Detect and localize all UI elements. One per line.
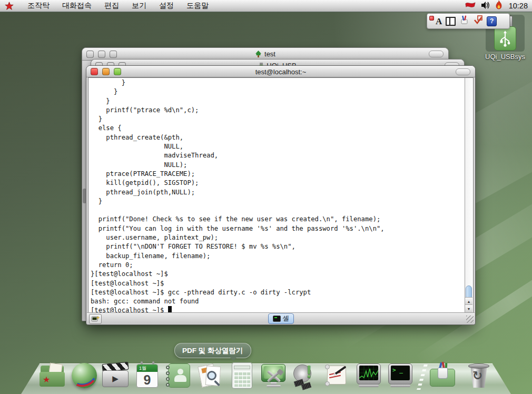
dock-web-browser[interactable]	[69, 360, 100, 392]
dock-tooltip: PDF 및 화상열람기	[174, 343, 251, 358]
terminal-line: backup_filename, filename);	[91, 252, 465, 261]
dock-address-book[interactable]	[164, 360, 195, 392]
terminal-text: } } } printf("ptrace %d\n",c); } else { …	[91, 78, 465, 313]
alert-glyph: !	[306, 361, 312, 382]
dock-calculator[interactable]	[227, 360, 258, 392]
terminal-line: printf("ptrace %d\n",c);	[91, 106, 465, 115]
dock-media-player[interactable]: ▶	[101, 360, 132, 392]
terminal-line: [test@localhost ~]$	[91, 279, 465, 288]
dock-disk-utility[interactable]: !	[290, 360, 321, 392]
flame-tray-icon[interactable]	[495, 1, 503, 11]
scroll-up-button[interactable]: ▲	[465, 297, 472, 305]
terminal-line: }	[91, 87, 465, 96]
check-tool-icon[interactable]	[473, 15, 483, 27]
terminal-line: }	[91, 115, 465, 124]
pen-cup-icon[interactable]	[459, 15, 469, 27]
new-session-button[interactable]	[89, 314, 102, 324]
toolbar-toggle-pill[interactable]	[456, 68, 470, 75]
terminal-screen: > _	[391, 366, 410, 380]
menu-settings[interactable]: 설정	[153, 1, 180, 11]
terminal-line: }	[91, 197, 465, 206]
dock-system-tools[interactable]	[259, 360, 290, 392]
terminal-line: else {	[91, 124, 465, 133]
terminal-line: printf("\nDON'T FORGET TO RESTORE! $ mv …	[91, 242, 465, 251]
dock-terminal[interactable]: > _	[385, 360, 416, 392]
terminal-line: madviseThread,	[91, 151, 465, 160]
play-glyph: ▶	[112, 374, 119, 383]
home-folder-icon	[255, 51, 262, 58]
terminal-content[interactable]: } } } printf("ptrace %d\n",c); } else { …	[88, 77, 474, 313]
terminal-title: test@localhost:~	[86, 66, 475, 78]
annotation-toolbar: A ?	[427, 13, 510, 29]
dock-file-manager[interactable]: ★	[37, 360, 68, 392]
toolbar-toggle-pill[interactable]	[429, 51, 444, 57]
terminal-line: }	[91, 78, 465, 87]
terminal-line: kill(getpid(), SIGSTOP);	[91, 179, 465, 188]
close-button-inactive[interactable]	[86, 51, 94, 58]
red-star-menu-icon[interactable]	[5, 2, 14, 11]
palette-close-button[interactable]	[429, 16, 434, 21]
terminal-window[interactable]: test@localhost:~ } } } printf("ptrace %d…	[86, 65, 476, 325]
minimize-button-inactive[interactable]	[98, 51, 105, 58]
help-tool-icon[interactable]: ?	[487, 16, 497, 26]
dock-calendar[interactable]: 1월 9	[132, 360, 163, 392]
shell-tab-icon	[273, 316, 281, 322]
scroll-down-button[interactable]: ▼	[465, 304, 472, 312]
dock-stationery-folder[interactable]	[428, 360, 459, 392]
star-glyph: ★	[43, 375, 50, 385]
terminal-line: printf("Done! Check %s to see if the new…	[91, 215, 465, 224]
clock: 10:28	[507, 2, 528, 10]
terminal-line: bash: gcc: command not found	[91, 297, 465, 306]
terminal-line: printf("You can log in with the username…	[91, 224, 465, 233]
menu-edit[interactable]: 편집	[98, 1, 125, 11]
person-icon	[178, 369, 183, 375]
monitor-screen	[359, 366, 378, 380]
terminal-line: ptrace(PTRACE_TRACEME);	[91, 170, 465, 179]
dock-tooltip-arrow	[230, 357, 237, 361]
menu-desk[interactable]: 조작탁	[21, 1, 56, 11]
pen-cup-icon	[438, 368, 448, 379]
terminal-line: user.username, plaintext_pw);	[91, 233, 465, 242]
calendar-day: 9	[137, 372, 157, 388]
usb-trident-icon	[499, 29, 511, 47]
usb-drive-label: UQi_USBsys	[484, 53, 527, 61]
dock-script-editor[interactable]	[322, 360, 353, 392]
magnifier-icon	[207, 371, 216, 380]
calendar-month: 1월	[137, 365, 157, 372]
terminal-line: NULL);	[91, 161, 465, 170]
minimize-button[interactable]	[102, 68, 110, 75]
terminal-scrollbar[interactable]: ▲ ▼	[465, 78, 473, 312]
close-button[interactable]	[91, 68, 98, 75]
terminal-line	[91, 206, 465, 215]
menu-session[interactable]: 대화접속	[56, 1, 98, 11]
prompt-glyph: > _	[391, 366, 410, 373]
usb-stick-body	[494, 26, 516, 51]
calculator-keys	[234, 371, 250, 387]
dock: ★ ▶ 1월 9	[0, 355, 532, 394]
terminal-line: NULL,	[91, 142, 465, 151]
shell-tab-button[interactable]: 셸	[268, 313, 294, 324]
terminal-tab-bar: 셸	[87, 312, 475, 324]
terminal-line: }	[91, 97, 465, 106]
menu-help[interactable]: 도움말	[180, 1, 215, 11]
dock-trash[interactable]: ↻	[464, 360, 495, 392]
window-test-title: test	[82, 48, 448, 60]
resize-grip[interactable]	[466, 316, 474, 323]
text-tool-icon[interactable]: A	[436, 17, 442, 26]
zoom-button-inactive[interactable]	[110, 51, 117, 58]
terminal-line: pthread_create(&pth,	[91, 133, 465, 142]
flag-tray-icon[interactable]	[465, 1, 476, 11]
new-session-icon	[91, 316, 100, 322]
menu-view[interactable]: 보기	[125, 1, 153, 11]
panel-layout-icon[interactable]	[446, 17, 456, 26]
terminal-titlebar[interactable]: test@localhost:~	[86, 66, 475, 77]
graph-icon	[359, 366, 378, 380]
menu-bar: 조작탁 대화접속 편집 보기 설정 도움말 10:28	[0, 0, 532, 12]
volume-tray-icon[interactable]	[480, 1, 491, 11]
zoom-button[interactable]	[114, 68, 121, 75]
recycle-glyph: ↻	[472, 369, 482, 383]
terminal-line: }[test@localhost ~]$	[91, 270, 465, 279]
dock-pdf-viewer[interactable]	[195, 360, 226, 392]
dock-system-monitor[interactable]	[353, 360, 385, 392]
terminal-line: return 0;	[91, 261, 465, 270]
